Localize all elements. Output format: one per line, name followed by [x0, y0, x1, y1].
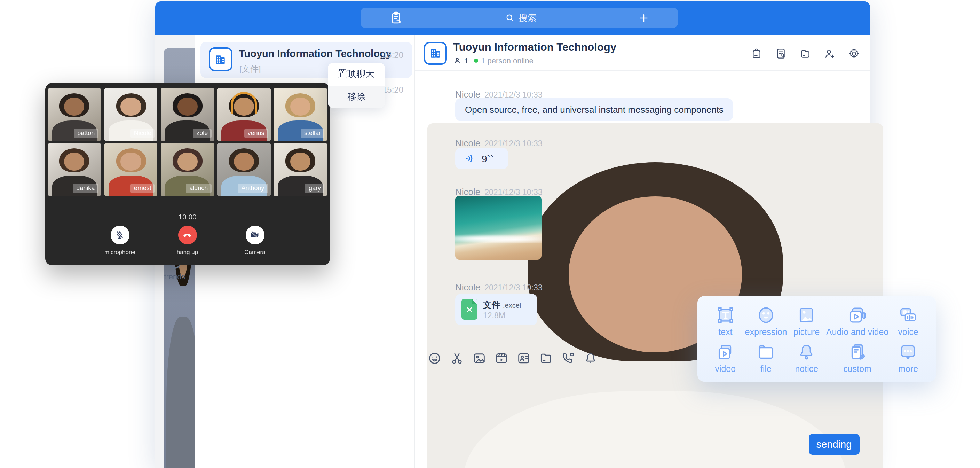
send-button[interactable]: sending — [809, 434, 859, 455]
panel-item-more[interactable]: more — [888, 340, 928, 376]
participant-name: ernest — [130, 184, 155, 193]
sender-name: Nicole — [455, 282, 480, 292]
panel-item-video[interactable]: video — [706, 340, 745, 376]
announcement-icon[interactable] — [750, 47, 763, 60]
panel-item-label: text — [718, 327, 732, 337]
panel-item-picture[interactable]: picture — [787, 303, 827, 340]
call-timer: 10:00 — [45, 212, 330, 221]
more-icon — [898, 342, 918, 362]
video-call-icon[interactable] — [561, 351, 575, 365]
file-size: 12.8M — [483, 311, 505, 319]
emoji-icon[interactable] — [427, 351, 442, 365]
camera-button[interactable]: Camera — [234, 225, 277, 255]
voice-message[interactable]: 9`` — [455, 148, 508, 169]
video-tile: zole — [161, 88, 214, 141]
folder-icon[interactable] — [538, 351, 553, 365]
participant-name: aldrich — [186, 184, 211, 193]
conversation-time-2: 15:20 — [382, 85, 403, 94]
panel-item-label: video — [715, 364, 736, 374]
panel-item-notice[interactable]: notice — [787, 340, 827, 376]
file-name: 文件 .excel — [483, 299, 521, 311]
panel-item-text[interactable]: text — [706, 303, 745, 340]
video-icon — [715, 342, 735, 362]
search-placeholder[interactable]: 搜索 — [519, 11, 537, 24]
menu-item-remove[interactable]: 移除 — [328, 85, 385, 108]
panel-item-custom[interactable]: custom — [826, 340, 888, 376]
video-tile: danika — [48, 144, 101, 195]
microphone-label: microphone — [99, 248, 142, 255]
file-icon — [756, 342, 776, 362]
building-icon — [423, 42, 447, 65]
video-tile: patton — [48, 88, 101, 141]
excel-file-icon — [461, 299, 477, 319]
contact-card-icon[interactable] — [516, 351, 531, 365]
panel-item-file[interactable]: file — [745, 340, 787, 376]
panel-item-expression[interactable]: expression — [745, 303, 787, 340]
video-tile: Anthony — [217, 144, 270, 195]
hangup-label: hang up — [166, 248, 209, 255]
folder-icon[interactable] — [799, 47, 811, 60]
participant-name: zole — [193, 128, 211, 137]
text-icon — [715, 305, 735, 326]
custom-icon — [847, 342, 868, 362]
panel-item-label: picture — [794, 327, 819, 337]
panel-item-label: expression — [745, 327, 787, 337]
panel-item-label: notice — [795, 364, 818, 374]
app-header-bar: 搜索 — [155, 2, 870, 35]
search-bar[interactable]: 搜索 — [361, 8, 678, 28]
participant-name: Nicole — [130, 128, 155, 137]
video-tile: stellar — [274, 88, 327, 141]
chat-title: Tuoyun Information Technology — [453, 41, 616, 54]
online-dot — [474, 58, 478, 62]
hangup-icon[interactable] — [178, 225, 197, 244]
chat-member-status: 1 1 person online — [453, 56, 533, 64]
mic-muted-icon[interactable] — [111, 225, 129, 244]
panel-item-voice[interactable]: voice — [888, 303, 928, 340]
message-meta: Nicole2021/12/3 10:33 — [455, 282, 542, 292]
video-tile: Nicole — [104, 88, 157, 141]
participant-name: patton — [74, 128, 98, 137]
conversation-title: Tuoyun Information Technology — [239, 48, 391, 59]
audio-video-icon — [847, 305, 868, 326]
voice-icon — [898, 305, 918, 326]
online-text: 1 person online — [481, 56, 533, 64]
person-add-icon[interactable] — [823, 47, 836, 60]
chat-panel: Tuoyun Information Technology 1 1 person… — [414, 35, 870, 468]
plus-icon[interactable] — [638, 11, 650, 24]
panel-item-audio-video[interactable]: Audio and video — [826, 303, 888, 340]
file-message[interactable]: 文件 .excel 12.8M — [455, 294, 537, 325]
hangup-button[interactable]: hang up — [166, 225, 209, 255]
message-meta: Nicole2021/12/3 10:33 — [455, 138, 542, 149]
expression-icon — [756, 305, 776, 326]
file-search-icon[interactable] — [775, 47, 787, 60]
chat-header: Tuoyun Information Technology 1 1 person… — [414, 35, 870, 71]
screenshot-icon[interactable] — [449, 351, 464, 365]
bell-icon[interactable] — [583, 351, 598, 365]
search-icon — [504, 13, 515, 23]
participant-name: venus — [244, 128, 268, 137]
member-count: 1 — [464, 56, 468, 64]
text-message[interactable]: Open source, free, and universal instant… — [455, 98, 733, 121]
call-controls: microphone hang up — [45, 225, 330, 255]
member-icon — [453, 56, 461, 64]
image-message[interactable] — [455, 196, 541, 260]
menu-item-pin-chat[interactable]: 置顶聊天 — [328, 63, 385, 85]
video-icon[interactable] — [494, 351, 508, 365]
message-time: 2021/12/3 10:33 — [484, 91, 542, 99]
clipboard-phone-icon[interactable] — [388, 10, 404, 26]
headphones — [231, 92, 257, 114]
message-time: 2021/12/3 10:33 — [484, 188, 542, 196]
file-ext: .excel — [503, 302, 521, 309]
picture-icon — [797, 305, 817, 326]
panel-item-label: more — [898, 364, 918, 374]
panel-item-label: file — [760, 364, 772, 374]
message-type-panel: text expression picture — [697, 296, 936, 382]
picture-icon[interactable] — [472, 351, 486, 365]
video-tile: venus — [217, 88, 270, 141]
panel-item-label: Audio and video — [826, 327, 888, 337]
conversation-time: 15:20 — [382, 50, 403, 59]
video-tile: gary — [274, 144, 327, 195]
gear-icon[interactable] — [848, 47, 860, 60]
microphone-button[interactable]: microphone — [99, 225, 142, 255]
camera-muted-icon[interactable] — [246, 225, 264, 244]
